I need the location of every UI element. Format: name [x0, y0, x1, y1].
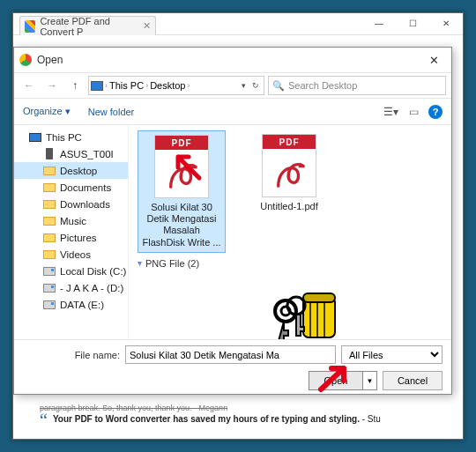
tab-favicon-icon [25, 20, 35, 33]
drive-icon [43, 267, 56, 276]
tree-item[interactable]: Desktop [14, 162, 128, 179]
adobe-logo-icon [273, 154, 307, 191]
quote-text: Your PDF to Word converter has saved my … [53, 414, 381, 426]
search-input[interactable]: 🔍 Search Desktop [268, 76, 446, 95]
tree-item[interactable]: Videos [14, 246, 128, 263]
tab-title: Create PDF and Convert P [40, 16, 143, 37]
dialog-titlebar: Open ✕ [14, 48, 451, 72]
breadcrumb[interactable]: › This PC › Desktop › ▾↻ [88, 76, 264, 95]
tree-label: Desktop [60, 166, 97, 176]
folder-icon [43, 200, 56, 209]
tree-item[interactable]: Local Disk (C:) [14, 263, 128, 279]
pdf-badge: PDF [263, 135, 316, 149]
tree-item[interactable]: Pictures [14, 229, 128, 246]
dialog-title: Open [37, 54, 63, 66]
folder-icon [43, 233, 56, 242]
chevron-down-icon: ▾ [138, 258, 142, 268]
help-icon[interactable]: ? [428, 105, 443, 119]
nav-back-button[interactable]: ← [19, 76, 39, 95]
folder-icon [43, 217, 56, 226]
tree-item[interactable]: - J A K A - (D:) [14, 279, 128, 296]
svg-rect-1 [303, 293, 335, 302]
browser-tab[interactable]: Create PDF and Convert P ✕ [19, 16, 156, 35]
file-filter-select[interactable]: All Files [341, 345, 443, 364]
breadcrumb-refresh-icon[interactable]: ↻ [249, 81, 262, 90]
folder-icon [43, 183, 56, 192]
pc-icon [29, 133, 41, 142]
file-item[interactable]: PDFUntitled-1.pdf [245, 130, 333, 253]
tree-root-this-pc[interactable]: This PC [14, 129, 128, 145]
dialog-close-button[interactable]: ✕ [422, 52, 446, 69]
breadcrumb-sep-icon: › [105, 81, 108, 90]
dialog-bottom-bar: File name: All Files Open ▼ Cancel [14, 339, 451, 394]
folder-tree: This PC ASUS_T00IDesktopDocumentsDownloa… [14, 125, 129, 339]
breadcrumb-sep-icon: › [145, 81, 148, 90]
tree-item[interactable]: DATA (E:) [14, 296, 128, 313]
drive-icon [43, 284, 56, 293]
window-close-button[interactable]: ✕ [429, 13, 463, 33]
preview-pane-button[interactable]: ▭ [405, 104, 421, 120]
tree-label: Documents [60, 182, 111, 193]
browser-titlebar: Create PDF and Convert P ✕ — ☐ ✕ [13, 13, 463, 35]
new-folder-button[interactable]: New folder [88, 107, 135, 117]
folder-icon [43, 250, 56, 259]
adobe-logo-icon [166, 155, 199, 192]
tree-label: This PC [46, 132, 82, 143]
file-list: PDFSolusi Kilat 30 Detik Mengatasi Masal… [129, 125, 451, 339]
page-line-struck: paragraph break. So, thank you, thank yo… [40, 404, 436, 412]
nav-forward-button: → [42, 76, 62, 95]
tree-item[interactable]: Documents [14, 179, 128, 196]
phone-icon [46, 148, 53, 159]
tree-label: Pictures [60, 233, 97, 243]
drive-icon [43, 300, 56, 309]
file-group-header[interactable]: ▾ PNG File (2) [138, 258, 443, 269]
open-button[interactable]: Open [309, 371, 363, 390]
breadcrumb-sep-icon: › [187, 81, 190, 90]
tree-label: DATA (E:) [60, 300, 104, 310]
tree-item[interactable]: Downloads [14, 196, 128, 212]
view-mode-button[interactable]: ☰▾ [383, 104, 398, 120]
tree-label: ASUS_T00I [60, 149, 114, 159]
file-label: Untitled-1.pdf [260, 201, 317, 212]
tree-label: Downloads [60, 199, 110, 210]
tree-label: Videos [60, 249, 91, 260]
breadcrumb-dropdown-icon[interactable]: ▾ [239, 81, 249, 90]
tree-label: Local Disk (C:) [60, 266, 126, 277]
file-label: Solusi Kilat 30 Detik Mengatasi Masalah … [142, 202, 221, 248]
svg-point-2 [275, 300, 296, 322]
pdf-badge: PDF [155, 136, 208, 150]
breadcrumb-folder[interactable]: Desktop [150, 80, 185, 91]
pdf-thumbnail: PDF [154, 135, 209, 198]
search-placeholder: Search Desktop [288, 80, 357, 91]
folder-icon [43, 167, 56, 175]
search-icon: 🔍 [272, 80, 285, 92]
quote-mark-icon: “ [40, 414, 48, 426]
tree-item[interactable]: ASUS_T00I [14, 145, 128, 162]
breadcrumb-root[interactable]: This PC [109, 80, 144, 91]
pdf-thumbnail: PDF [262, 134, 316, 197]
tree-label: Music [60, 216, 86, 226]
nav-up-button[interactable]: ↑ [65, 76, 85, 95]
filename-input[interactable] [125, 345, 336, 364]
chrome-icon [19, 54, 32, 66]
dialog-nav-bar: ← → ↑ › This PC › Desktop › ▾↻ 🔍 Search … [14, 72, 451, 99]
window-maximize-button[interactable]: ☐ [396, 13, 429, 33]
pc-icon [91, 81, 103, 91]
tree-label: - J A K A - (D:) [60, 283, 123, 293]
open-dialog: Open ✕ ← → ↑ › This PC › Desktop › ▾↻ 🔍 [13, 47, 452, 395]
open-button-group: Open ▼ [309, 371, 377, 390]
file-item[interactable]: PDFSolusi Kilat 30 Detik Mengatasi Masal… [138, 130, 226, 253]
cancel-button[interactable]: Cancel [383, 371, 443, 390]
open-dropdown-button[interactable]: ▼ [363, 371, 377, 390]
organize-button[interactable]: Organize ▾ [23, 106, 71, 117]
keys-thumbnail[interactable] [261, 292, 349, 339]
window-minimize-button[interactable]: — [362, 13, 396, 33]
group-label: PNG File (2) [145, 258, 199, 269]
tree-item[interactable]: Music [14, 212, 128, 229]
page-content: paragraph break. So, thank you, thank yo… [40, 404, 436, 426]
tab-close-icon[interactable]: ✕ [143, 20, 151, 32]
dialog-toolbar: Organize ▾ New folder ☰▾ ▭ ? [14, 99, 451, 125]
filename-label: File name: [23, 350, 120, 360]
